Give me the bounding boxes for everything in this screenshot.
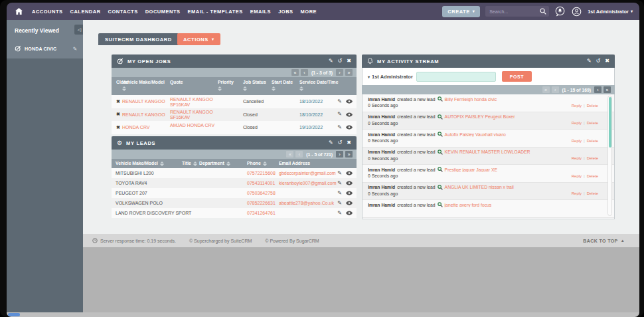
column-header-department[interactable]: Department: [199, 161, 232, 166]
quote-link[interactable]: AMJAD HONDA CRV: [170, 123, 214, 128]
sort-icon[interactable]: [122, 86, 127, 90]
sidebar-item-honda-civic[interactable]: HONDA CIVIC ✎: [7, 42, 83, 55]
user-menu[interactable]: 1st Administrator ▾: [588, 9, 633, 15]
sort-icon[interactable]: [272, 86, 277, 90]
pager-first-button[interactable]: «: [286, 151, 293, 158]
view-eye-icon[interactable]: [346, 125, 353, 130]
close-icon[interactable]: ✖: [347, 140, 351, 146]
vehicle-link[interactable]: RENAULT KANGOO: [122, 99, 165, 104]
sort-icon[interactable]: [160, 161, 165, 165]
close-icon[interactable]: ✖: [605, 58, 609, 64]
service-date-link[interactable]: 18/10/2022: [299, 99, 323, 104]
pager-prev-button[interactable]: ‹: [552, 86, 559, 93]
scrollbar-handle[interactable]: [609, 97, 612, 148]
entry-target-link[interactable]: Autofix Paisley Vauxhall vivaro: [445, 132, 506, 137]
view-eye-icon[interactable]: [346, 211, 353, 215]
column-header-title[interactable]: Title: [182, 161, 199, 166]
close-job-button[interactable]: ✖: [116, 125, 120, 130]
edit-pencil-icon[interactable]: ✎: [337, 112, 342, 117]
user-avatar-icon[interactable]: [571, 6, 582, 17]
reply-link[interactable]: Reply: [572, 121, 582, 125]
column-header-priority[interactable]: Priority: [218, 80, 234, 90]
sort-icon[interactable]: [243, 86, 248, 90]
delete-link[interactable]: Delete: [587, 191, 598, 195]
entry-target-link[interactable]: KEVIN RENAULT MASTER LOWLOADER: [445, 150, 530, 154]
search-icon[interactable]: [540, 8, 546, 15]
refresh-icon[interactable]: ↺: [596, 58, 601, 64]
actions-button[interactable]: ACTIONS ▾: [177, 33, 220, 45]
sort-icon[interactable]: [263, 161, 268, 165]
reply-link[interactable]: Reply: [572, 191, 582, 195]
edit-pencil-icon[interactable]: ✎: [337, 201, 342, 206]
refresh-icon[interactable]: ↺: [338, 58, 343, 64]
delete-link[interactable]: Delete: [587, 156, 598, 160]
home-icon[interactable]: [13, 6, 25, 17]
vehicle-link[interactable]: HONDA CRV: [122, 125, 150, 130]
sort-icon[interactable]: [193, 161, 199, 165]
nav-item-emails[interactable]: EMAILS: [250, 9, 271, 15]
reply-link[interactable]: Reply: [572, 139, 582, 143]
view-eye-icon[interactable]: [346, 171, 353, 175]
edit-pencil-icon[interactable]: ✎: [337, 191, 342, 196]
tab-suitecrm-dashboard[interactable]: SUITECRM DASHBOARD: [98, 33, 179, 45]
sort-icon[interactable]: [226, 161, 232, 165]
nav-item-accounts[interactable]: ACCOUNTS: [32, 9, 63, 15]
lead-email-link[interactable]: gbdecorpainter@gmail.com: [279, 171, 336, 175]
pager-next-button[interactable]: ›: [336, 151, 343, 158]
service-date-link[interactable]: 19/10/2022: [299, 125, 323, 130]
close-job-button[interactable]: ✖: [116, 99, 120, 104]
back-to-top-button[interactable]: BACK TO TOP ▲: [583, 239, 625, 243]
quote-link[interactable]: RENAULT KANGOO SF16KAV: [170, 110, 213, 120]
nav-item-jobs[interactable]: JOBS: [278, 9, 293, 15]
pager-prev-button[interactable]: ‹: [295, 151, 303, 158]
lead-email-link[interactable]: abeattie278@yahoo.Co.uk: [279, 201, 334, 205]
pager-first-button[interactable]: «: [291, 69, 299, 76]
delete-link[interactable]: Delete: [587, 121, 598, 125]
nav-item-email-templates[interactable]: EMAIL - TEMPLATES: [188, 9, 243, 15]
pager-last-button[interactable]: »: [345, 69, 353, 76]
pager-next-button[interactable]: ›: [594, 86, 602, 93]
entry-target-link[interactable]: janette avery ford focus: [445, 203, 492, 207]
sort-icon[interactable]: [299, 86, 305, 90]
pager-last-button[interactable]: »: [604, 86, 611, 93]
post-input[interactable]: [416, 72, 496, 82]
delete-link[interactable]: Delete: [587, 174, 598, 178]
lead-email-link[interactable]: kieranboyle007@gmail.com: [279, 181, 336, 185]
entry-target-link[interactable]: AUTOFIX PAISLEY Peugeot Boxer: [445, 114, 515, 119]
column-header-start-date[interactable]: Start Date: [272, 80, 293, 90]
entry-target-link[interactable]: Billy Fernleigh honda civic: [445, 97, 497, 102]
column-header-phone[interactable]: Phone: [247, 161, 268, 166]
view-eye-icon[interactable]: [346, 112, 353, 117]
delete-link[interactable]: Delete: [587, 104, 598, 108]
reply-link[interactable]: Reply: [572, 104, 582, 108]
sort-icon[interactable]: [218, 86, 223, 90]
nav-item-documents[interactable]: DOCUMENTS: [145, 9, 181, 15]
edit-pencil-icon[interactable]: ✎: [587, 58, 592, 64]
entry-target-link[interactable]: Prestige jaguar Jaguar XE: [445, 167, 497, 172]
edit-pencil-icon[interactable]: ✎: [337, 99, 342, 104]
lead-phone-link[interactable]: 07543114001: [247, 181, 275, 185]
close-job-button[interactable]: ✖: [116, 112, 120, 117]
edit-pencil-icon[interactable]: ✎: [329, 140, 333, 146]
entry-target-link[interactable]: ANGLIA UK LIMITED nissan x trail: [445, 185, 514, 189]
view-eye-icon[interactable]: [346, 99, 353, 104]
lead-phone-link[interactable]: 07572215608: [247, 171, 276, 175]
edit-pencil-icon[interactable]: ✎: [337, 125, 342, 130]
quote-link[interactable]: RENAULT KANGOO SF16KAV: [170, 97, 213, 107]
service-date-link[interactable]: 18/10/2022: [299, 112, 323, 117]
edit-pencil-icon[interactable]: ✎: [337, 181, 342, 186]
refresh-icon[interactable]: ↺: [338, 140, 343, 146]
edit-pencil-icon[interactable]: ✎: [337, 171, 342, 176]
delete-link[interactable]: Delete: [587, 139, 598, 143]
pager-first-button[interactable]: «: [542, 86, 550, 93]
post-user[interactable]: ▾ 1st Administrator: [368, 74, 413, 80]
edit-pencil-icon[interactable]: ✎: [337, 211, 342, 216]
lead-phone-link[interactable]: 07852226631: [247, 201, 276, 205]
nav-item-contacts[interactable]: CONTACTS: [108, 9, 138, 15]
reply-link[interactable]: Reply: [572, 174, 582, 178]
post-button[interactable]: POST: [502, 71, 532, 82]
player-progress-bar[interactable]: [8, 313, 20, 316]
reply-link[interactable]: Reply: [572, 156, 582, 160]
nav-item-calendar[interactable]: CALENDAR: [70, 9, 101, 15]
lead-phone-link[interactable]: 07503642758: [247, 191, 276, 195]
